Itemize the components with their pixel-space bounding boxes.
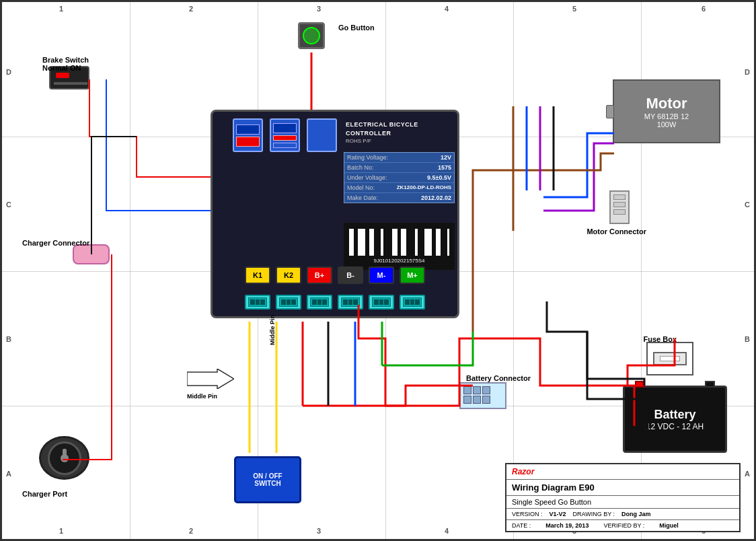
spec-bn-val: 1575 xyxy=(438,164,451,171)
charger-port-label: Charger Port xyxy=(22,490,67,498)
barcode-text: 9J0101202021575S4 xyxy=(373,258,424,264)
spec-uv-val: 9.5±0.5V xyxy=(427,174,451,181)
middle-pin-v-label: Middle Pin xyxy=(269,315,276,345)
diagram-title: Wiring Diagram E90 xyxy=(512,482,595,493)
battery-label: Battery xyxy=(654,408,695,422)
drawing-value: Dong Jam xyxy=(621,511,651,517)
charger-connector xyxy=(73,244,110,264)
version-label: VERSION : xyxy=(512,511,543,517)
grid-label-1b: 1 xyxy=(59,527,63,535)
diagram-subtitle: Single Speed Go Button xyxy=(512,498,591,506)
motor-title: Motor xyxy=(646,95,687,112)
go-button-inner xyxy=(303,27,320,44)
conn-tab-2 xyxy=(276,295,301,310)
spec-mn-val: ZK1200-DP-LD-ROHS xyxy=(397,184,451,191)
title-block: Razor Wiring Diagram E90 Single Speed Go… xyxy=(505,463,741,532)
middle-pin-arrow xyxy=(187,369,234,389)
grid-row-c-l: C xyxy=(6,201,11,209)
grid-label-4b: 4 xyxy=(445,527,449,535)
controller-box: ELECTRICAL BICYCLE CONTROLLER ROHS P/F R… xyxy=(211,110,459,318)
motor-connector xyxy=(609,190,630,224)
conn-tab-3 xyxy=(307,295,332,310)
grid-label-4: 4 xyxy=(445,5,449,13)
version-value: V1-V2 xyxy=(550,511,566,517)
controller-rohs: ROHS P/F xyxy=(346,137,456,145)
go-button-label: Go Button xyxy=(338,24,375,32)
grid-label-1: 1 xyxy=(59,5,63,13)
terminal-k1: K1 xyxy=(245,266,270,284)
drawing-label: DRAWING BY : xyxy=(573,511,615,517)
grid-row-d: D xyxy=(745,68,750,76)
terminal-mplus: M+ xyxy=(400,266,425,284)
spec-bn-label: Batch No: xyxy=(347,164,438,171)
motor-box: Motor MY 6812B 12 100W xyxy=(613,79,720,143)
spec-rv-label: Rating Voltage: xyxy=(347,154,441,161)
battery-specs: 12 VDC - 12 AH xyxy=(646,422,704,431)
grid-v4 xyxy=(513,2,514,539)
battery-connector xyxy=(459,382,506,409)
go-button xyxy=(298,22,325,49)
conn-tab-5 xyxy=(369,295,394,310)
terminal-bminus: B- xyxy=(338,266,363,284)
onoff-label: ON / OFF SWITCH xyxy=(253,472,282,487)
battery-connector-label: Battery Connector xyxy=(466,374,531,382)
grid-v1 xyxy=(130,2,130,539)
spec-mn-label: Model No: xyxy=(347,184,397,191)
controller-label: ELECTRICAL BICYCLE CONTROLLER xyxy=(346,120,456,137)
spec-md-label: Make Date: xyxy=(347,194,421,201)
terminal-bplus: B+ xyxy=(307,266,332,284)
terminal-mminus: M- xyxy=(369,266,394,284)
conn-tab-6 xyxy=(400,295,425,310)
motor-model: MY 6812B 12 xyxy=(644,112,689,120)
grid-row-a: A xyxy=(745,470,750,478)
date-label: DATE : xyxy=(512,522,531,529)
terminal-k2: K2 xyxy=(276,266,301,284)
grid-label-2b: 2 xyxy=(189,527,193,535)
charger-port-inner xyxy=(48,441,81,475)
svg-marker-10 xyxy=(187,369,234,389)
grid-row-b-l: B xyxy=(6,335,11,343)
spec-uv-label: Under Voltage: xyxy=(347,174,427,181)
grid-row-c: C xyxy=(745,201,750,209)
grid-row-b: B xyxy=(745,335,750,343)
motor-power: 100W xyxy=(657,120,677,129)
middle-pin-label: Middle Pin xyxy=(187,393,234,400)
fuse-box-label: Fuse Box xyxy=(643,335,677,343)
battery-box: Battery 12 VDC - 12 AH xyxy=(623,386,727,453)
grid-row-a-l: A xyxy=(6,470,11,478)
date-value: March 19, 2013 xyxy=(545,522,589,529)
fuse-box xyxy=(646,342,693,375)
grid-row-d-l: D xyxy=(6,68,11,76)
onoff-switch: ON / OFF SWITCH xyxy=(234,456,301,503)
spec-rv-val: 12V xyxy=(441,154,451,161)
verified-label: VERIFIED BY : xyxy=(603,522,644,529)
brand-logo: Razor xyxy=(512,467,534,476)
grid-label-5: 5 xyxy=(572,5,576,13)
verified-value: Miguel xyxy=(659,522,679,529)
spec-md-val: 2012.02.02 xyxy=(421,194,451,201)
main-container: 1 2 3 4 5 6 1 2 3 4 5 6 D C B A D C B A xyxy=(0,0,756,541)
charger-connector-label: Charger Connector xyxy=(22,239,89,247)
conn-tab-4 xyxy=(338,295,363,310)
conn-tab-1 xyxy=(245,295,270,310)
grid-label-3b: 3 xyxy=(317,527,321,535)
grid-label-3: 3 xyxy=(317,5,321,13)
grid-label-6: 6 xyxy=(702,5,706,13)
charger-port xyxy=(39,436,89,480)
motor-connector-label: Motor Connector xyxy=(587,227,646,236)
middle-pin-area: Middle Pin xyxy=(187,369,234,400)
brake-switch-label: Brake Switch Normal ON xyxy=(42,56,89,72)
grid-label-2: 2 xyxy=(189,5,193,13)
